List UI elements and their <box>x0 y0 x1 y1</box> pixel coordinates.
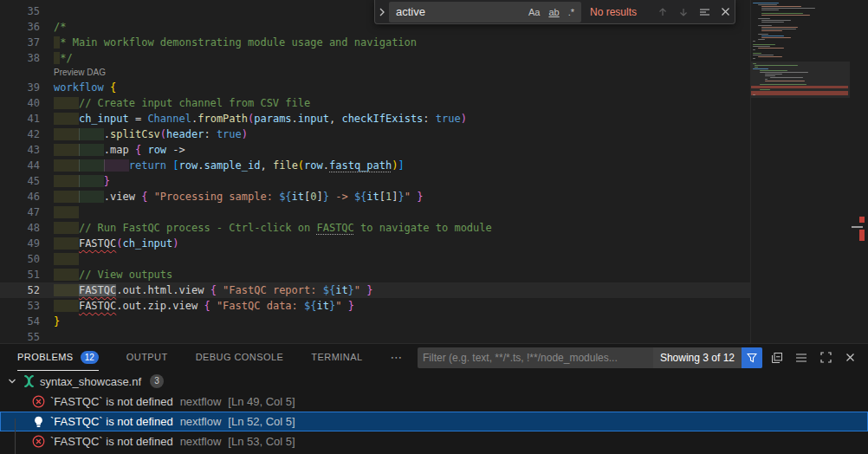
code-line-45[interactable]: 45 } <box>0 173 750 189</box>
problems-file-group[interactable]: syntax_showcase.nf 3 <box>0 371 868 392</box>
token <box>54 206 79 218</box>
code-line-42[interactable]: 42 .splitCsv(header: true) <box>0 126 750 142</box>
token: . <box>104 128 110 140</box>
maximize-panel-button[interactable] <box>816 348 835 367</box>
minimap-slider[interactable] <box>751 62 850 98</box>
token <box>54 300 79 312</box>
line-number[interactable]: 40 <box>0 95 40 111</box>
match-case-toggle[interactable]: Aa <box>525 6 543 18</box>
view-as-table-button[interactable] <box>792 348 811 367</box>
code-line-49[interactable]: 49 FASTQC(ch_input) <box>0 236 750 251</box>
token: ( <box>116 237 122 250</box>
tab-output[interactable]: OUTPUT <box>126 344 168 371</box>
code-line-55[interactable]: 55 <box>0 329 750 343</box>
problem-row[interactable]: `FASTQC` is not definednextflow[Ln 53, C… <box>0 431 868 451</box>
line-number[interactable]: 55 <box>0 329 40 343</box>
line-number[interactable]: 37 <box>0 35 40 50</box>
token: file <box>273 159 298 172</box>
severity-icon-wrap <box>31 435 45 449</box>
line-number[interactable]: 46 <box>0 189 40 204</box>
overview-ruler[interactable] <box>851 0 868 343</box>
line-number[interactable]: 41 <box>0 111 40 126</box>
find-next-button[interactable] <box>674 3 693 22</box>
panel-more-actions[interactable]: ⋯ <box>390 344 403 371</box>
nextflow-file-icon <box>23 375 36 387</box>
line-number[interactable]: 49 <box>0 236 40 251</box>
token: header <box>166 128 204 140</box>
code-line-44[interactable]: 44 return [row.sample_id, file(row.fastq… <box>0 158 750 173</box>
list-icon <box>795 353 807 363</box>
line-number[interactable]: 50 <box>0 251 40 267</box>
code-line-47[interactable]: 47 <box>0 204 750 220</box>
tab-label: DEBUG CONSOLE <box>196 352 284 362</box>
filter-funnel-button[interactable] <box>742 347 762 368</box>
minimap[interactable] <box>750 0 849 343</box>
token: { <box>110 81 116 94</box>
line-number[interactable]: 43 <box>0 142 40 158</box>
problem-rows: `FASTQC` is not definednextflow[Ln 49, C… <box>0 392 868 451</box>
code-line-38[interactable]: 38 */ <box>0 50 750 66</box>
token <box>147 191 153 203</box>
line-number[interactable]: 54 <box>0 314 40 329</box>
code-line-40[interactable]: 40 // Create input channel from CSV file <box>0 95 750 111</box>
problem-location: [Ln 52, Col 5] <box>228 415 295 428</box>
code-line-51[interactable]: 51 // View outputs <box>0 267 750 282</box>
code-lens-preview-dag[interactable]: Preview DAG <box>0 66 750 80</box>
code-line-43[interactable]: 43 .map { row -> <box>0 142 750 158</box>
line-number[interactable]: 39 <box>0 80 40 95</box>
ruler-mark <box>859 217 865 223</box>
line-number[interactable]: 44 <box>0 158 40 173</box>
token: { <box>204 300 210 312</box>
chevron-down-icon <box>5 377 19 386</box>
line-number[interactable]: 35 <box>0 3 40 19</box>
tree-indent-guide <box>15 418 16 454</box>
line-number[interactable]: 53 <box>0 298 40 314</box>
severity-icon-wrap <box>31 395 45 409</box>
token: [ <box>172 159 178 172</box>
code-line-54[interactable]: 54} <box>0 314 750 329</box>
token: "FastQC data: <box>217 300 304 312</box>
problem-row[interactable]: `FASTQC` is not definednextflow[Ln 52, C… <box>0 412 868 431</box>
line-number[interactable]: 45 <box>0 173 40 189</box>
code-line-46[interactable]: 46 .view { "Processing sample: ${it[0]} … <box>0 189 750 204</box>
find-close-button[interactable] <box>716 3 735 22</box>
regex-toggle[interactable]: .* <box>565 6 578 18</box>
find-previous-button[interactable] <box>653 3 672 22</box>
whole-word-toggle[interactable]: ab <box>545 6 562 18</box>
tab-debug-console[interactable]: DEBUG CONSOLE <box>196 344 284 371</box>
token <box>54 175 79 187</box>
code-line-52[interactable]: 52 FASTQC.out.html.view { "FastQC report… <box>0 282 750 298</box>
collapse-all-button[interactable] <box>768 348 787 367</box>
arrow-down-icon <box>678 7 689 17</box>
problems-filter-input[interactable] <box>418 352 653 364</box>
problem-row[interactable]: `FASTQC` is not definednextflow[Ln 49, C… <box>0 392 868 412</box>
token: // View outputs <box>79 269 172 281</box>
code-line-48[interactable]: 48 // Run FastQC process - Ctrl-click on… <box>0 220 750 236</box>
code-line-53[interactable]: 53 FASTQC.out.zip.view { "FastQC data: $… <box>0 298 750 314</box>
find-in-selection-button[interactable] <box>695 3 714 22</box>
code-line-37[interactable]: 37 * Main workflow demonstrating module … <box>0 35 750 50</box>
editor[interactable]: 3536/*37 * Main workflow demonstrating m… <box>0 0 868 343</box>
find-expand-toggle[interactable] <box>375 0 389 23</box>
token: ${ <box>354 191 366 203</box>
problem-location: [Ln 49, Col 5] <box>228 395 295 408</box>
line-number[interactable]: 42 <box>0 126 40 142</box>
line-number[interactable]: 51 <box>0 267 40 282</box>
line-number[interactable]: 38 <box>0 50 40 66</box>
code-line-41[interactable]: 41 ch_input = Channel.fromPath(params.in… <box>0 111 750 126</box>
code-text: workflow { <box>54 80 116 95</box>
token: } <box>417 191 423 203</box>
tab-problems[interactable]: PROBLEMS12 <box>17 344 99 371</box>
line-number[interactable]: 48 <box>0 220 40 236</box>
tab-terminal[interactable]: TERMINAL <box>311 344 362 371</box>
line-number[interactable]: 52 <box>0 282 40 298</box>
code-line-39[interactable]: 39workflow { <box>0 80 750 95</box>
code-line-50[interactable]: 50 <box>0 251 750 267</box>
line-number[interactable]: 36 <box>0 19 40 35</box>
find-query-input[interactable] <box>396 5 523 18</box>
code-lines[interactable]: 3536/*37 * Main workflow demonstrating m… <box>0 0 750 343</box>
line-number[interactable]: 47 <box>0 204 40 220</box>
error-icon <box>32 395 45 408</box>
token <box>54 128 79 140</box>
close-panel-button[interactable] <box>840 348 859 367</box>
